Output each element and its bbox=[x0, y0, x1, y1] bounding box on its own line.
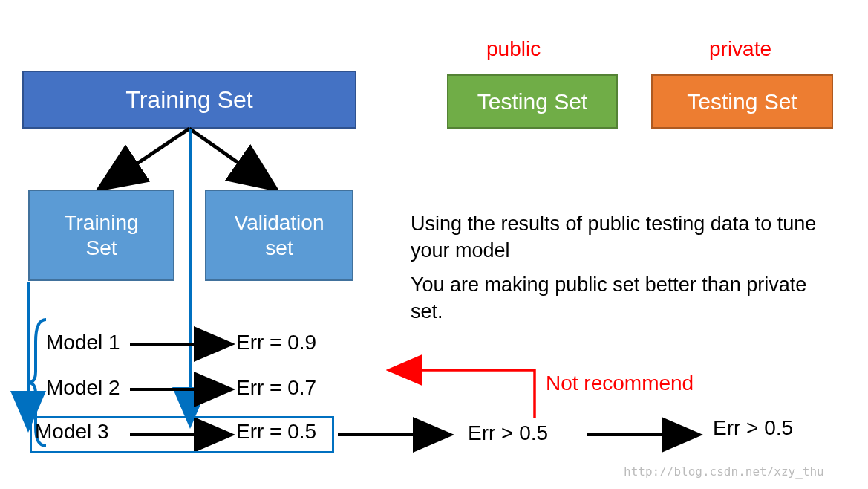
training-subset-label: Training Set bbox=[64, 210, 138, 260]
svg-line-0 bbox=[104, 129, 189, 186]
model2-label: Model 2 bbox=[46, 376, 120, 400]
model1-label: Model 1 bbox=[46, 331, 120, 354]
private-err: Err > 0.5 bbox=[713, 416, 793, 440]
model3-highlight-box bbox=[30, 416, 334, 453]
public-err: Err > 0.5 bbox=[468, 421, 548, 445]
svg-line-1 bbox=[189, 129, 271, 186]
side-text-1: Using the results of public testing data… bbox=[411, 210, 841, 265]
validation-set-box: Validation set bbox=[205, 190, 353, 281]
training-subset-box: Training Set bbox=[28, 190, 174, 281]
side-text-2: You are making public set better than pr… bbox=[411, 271, 826, 326]
model2-err: Err = 0.7 bbox=[236, 376, 316, 400]
model1-err: Err = 0.9 bbox=[236, 331, 316, 354]
not-recommend-label: Not recommend bbox=[546, 372, 694, 395]
validation-set-label: Validation set bbox=[235, 210, 324, 260]
watermark: http://blog.csdn.net/xzy_thu bbox=[624, 464, 824, 479]
